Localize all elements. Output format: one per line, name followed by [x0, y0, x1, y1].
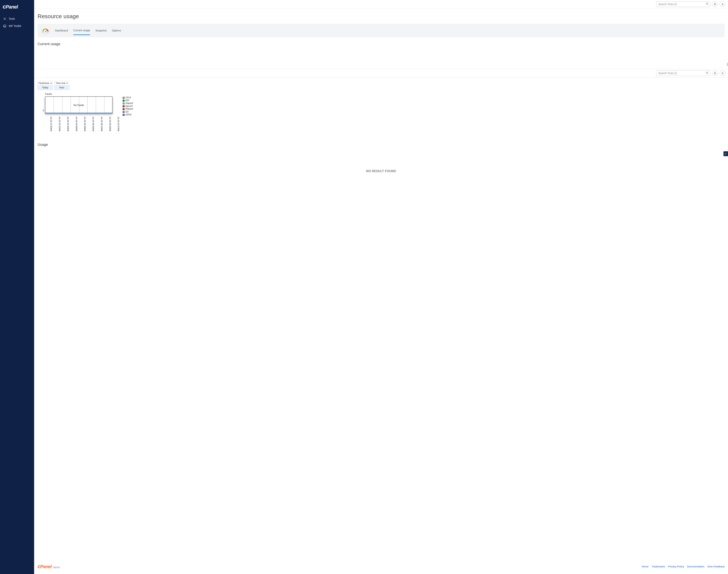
- footer-link[interactable]: Trademarks: [652, 565, 665, 568]
- svg-point-1: [706, 3, 708, 5]
- gridline: [104, 97, 105, 113]
- controls-row: Timeframe Today Time Unit Hour: [38, 81, 725, 90]
- legend-label: CPUf: [125, 96, 131, 99]
- scrollbar-hint: [727, 63, 728, 66]
- search-input[interactable]: [656, 70, 710, 76]
- user-button[interactable]: [720, 70, 725, 76]
- legend-item[interactable]: EPf: [123, 99, 133, 102]
- gauge-icon: MINMAX: [41, 26, 50, 35]
- section-title-current-usage: Current usage: [38, 42, 725, 46]
- legend-item[interactable]: VMemF: [123, 102, 133, 105]
- legend-item[interactable]: IOPSf: [123, 113, 133, 116]
- chart-legend: CPUfEPfVMemFNprocFPMemFIOfIOPSf: [123, 96, 133, 116]
- gauge-min-label: MIN: [42, 32, 45, 33]
- gauge-max-label: MAX: [46, 32, 48, 33]
- sidebar-item-tools[interactable]: Tools: [0, 15, 34, 23]
- footer: cPanel 110.0.8 HomeTrademarksPrivacy Pol…: [34, 562, 728, 574]
- chart-plot[interactable]: No Faults: [45, 96, 112, 114]
- legend-item[interactable]: CPUf: [123, 96, 133, 99]
- legend-label: VMemF: [125, 102, 133, 105]
- chevron-down-icon: [50, 83, 52, 84]
- main: Resource usage MINMAX Dashboard Current …: [34, 0, 728, 574]
- tools-icon: [3, 17, 6, 20]
- footer-link[interactable]: Documentation: [687, 565, 704, 568]
- chevron-down-icon: [66, 83, 68, 84]
- notifications-button[interactable]: [712, 1, 718, 7]
- legend-swatch: [123, 100, 125, 101]
- gridline: [62, 97, 63, 113]
- x-tick: Jul-18 06:50AM: [86, 117, 94, 131]
- legend-label: EPf: [125, 99, 129, 102]
- x-tick: Jul-18 05:28AM: [78, 117, 86, 131]
- page-title: Resource usage: [38, 13, 725, 19]
- footer-link[interactable]: Privacy Policy: [668, 565, 684, 568]
- legend-swatch: [123, 106, 125, 107]
- sidebar-item-label: WP Toolkit: [9, 25, 21, 28]
- notifications-button[interactable]: [712, 70, 718, 76]
- content: Resource usage MINMAX Dashboard Current …: [34, 8, 728, 562]
- section-title-usage: Usage: [38, 142, 725, 147]
- svg-point-4: [706, 72, 708, 74]
- footer-links: HomeTrademarksPrivacy PolicyDocumentatio…: [642, 565, 725, 568]
- legend-item[interactable]: NprocF: [123, 105, 133, 108]
- legend-label: IOf: [125, 111, 128, 113]
- tab-snapshot[interactable]: Snapshot: [95, 29, 107, 35]
- sidebar-item-wp-toolkit[interactable]: WP Toolkit: [0, 23, 34, 30]
- tab-options[interactable]: Options: [112, 29, 121, 35]
- legend-label: IOPSf: [125, 113, 131, 116]
- sidebar-item-label: Tools: [9, 17, 15, 20]
- search-wrap: [656, 1, 710, 7]
- x-tick: Jul-18 12:00AM: [44, 117, 52, 131]
- svg-point-5: [722, 72, 723, 73]
- sidebar: cPanel Tools WP Toolkit: [0, 0, 34, 574]
- x-tick: Jul-18 10:57AM: [111, 117, 120, 131]
- x-tick: Jul-18 04:06AM: [69, 117, 78, 131]
- x-tick: Jul-18 02:44AM: [61, 117, 69, 131]
- legend-label: PMemF: [125, 108, 133, 111]
- timeunit-value[interactable]: Hour: [54, 85, 69, 90]
- legend-swatch: [123, 111, 125, 113]
- tabstrip: MINMAX Dashboard Current usage Snapshot …: [38, 24, 725, 37]
- faults-chart: 0 Faults No Faults Jul-18 12:00AMJul-18 …: [38, 92, 725, 131]
- search-input[interactable]: [656, 1, 710, 7]
- legend-swatch: [123, 102, 125, 105]
- header: [34, 0, 728, 8]
- chart-message: No Faults: [74, 104, 84, 107]
- timeunit-label: Time Unit: [56, 82, 66, 85]
- footer-link[interactable]: Home: [642, 565, 649, 568]
- footer-link[interactable]: Give Feedback: [707, 565, 725, 568]
- usage-no-result: NO RESULT FOUND: [38, 169, 725, 173]
- legend-swatch: [123, 108, 125, 110]
- stats-tab[interactable]: [723, 151, 728, 156]
- cpanel-logo: cPanel: [38, 563, 51, 569]
- gridline: [87, 97, 88, 113]
- legend-item[interactable]: PMemF: [123, 108, 133, 111]
- y-tick: 0: [43, 109, 44, 112]
- tab-dashboard[interactable]: Dashboard: [55, 29, 68, 35]
- logo[interactable]: cPanel: [0, 0, 34, 15]
- chart-title: Faults: [45, 92, 120, 95]
- floating-header: [34, 69, 728, 78]
- chart-series-line: [45, 113, 112, 113]
- legend-swatch: [123, 114, 125, 116]
- timeframe-dropdown[interactable]: Timeframe: [38, 81, 53, 85]
- tab-current-usage[interactable]: Current usage: [73, 29, 90, 35]
- search-wrap: [656, 70, 710, 76]
- legend-label: NprocF: [125, 105, 133, 108]
- x-tick: Jul-18 08:12AM: [94, 117, 103, 131]
- svg-point-2: [722, 3, 723, 4]
- cpanel-logo: cPanel: [3, 4, 18, 10]
- footer-version: 110.0.8: [53, 566, 60, 569]
- search-icon[interactable]: [706, 72, 709, 75]
- timeframe-value[interactable]: Today: [38, 85, 53, 90]
- x-tick: Jul-18 09:34AM: [103, 117, 111, 131]
- legend-item[interactable]: IOf: [123, 111, 133, 113]
- legend-swatch: [123, 97, 125, 99]
- search-icon[interactable]: [706, 2, 709, 6]
- x-tick: Jul-18 01:22AM: [52, 117, 60, 131]
- timeunit-dropdown[interactable]: Time Unit: [54, 81, 69, 85]
- timeframe-label: Timeframe: [39, 82, 49, 85]
- user-button[interactable]: [720, 1, 725, 7]
- footer-logo[interactable]: cPanel 110.0.8: [38, 563, 59, 569]
- wordpress-icon: [3, 24, 6, 28]
